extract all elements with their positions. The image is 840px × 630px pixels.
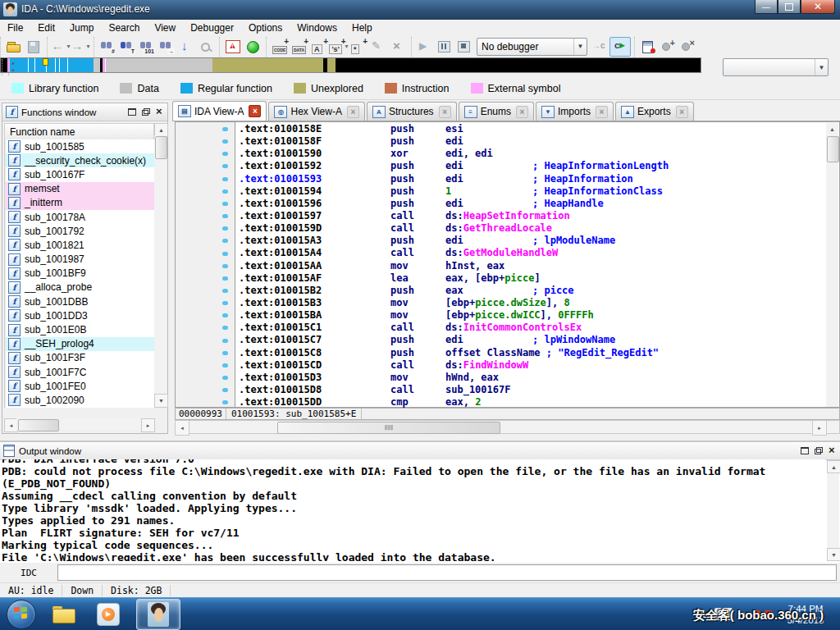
tab-ida-view-a[interactable]: ▤IDA View-A×: [172, 101, 267, 121]
scroll-track[interactable]: [175, 420, 840, 434]
make-code-button[interactable]: CODE+: [270, 38, 290, 56]
disasm-line[interactable]: .text:010015BAmov[ebp+picce.dwICC], 0FFF…: [239, 309, 825, 322]
function-row[interactable]: fsub_1001FE0: [5, 379, 157, 393]
disasm-line[interactable]: .text:010015B2pusheax; picce: [239, 285, 825, 297]
disasm-line[interactable]: .text:010015D3movhWnd, eax: [239, 372, 825, 384]
disasm-line[interactable]: .text:01001592pushedi; HeapInformationLe…: [239, 160, 825, 172]
code-location-dot[interactable]: [222, 339, 228, 343]
scroll-down-icon[interactable]: ▼: [827, 548, 840, 561]
scroll-up-icon[interactable]: ▲: [827, 460, 840, 473]
functions-vertical-scrollbar[interactable]: ▲ ▼: [154, 123, 167, 408]
scroll-left-icon[interactable]: ◂: [175, 420, 189, 436]
cursor-tool-button[interactable]: [196, 38, 216, 56]
code-location-dot[interactable]: [222, 400, 228, 404]
code-location-dot[interactable]: [222, 351, 228, 355]
code-location-dot[interactable]: [222, 388, 228, 392]
drag-handle[interactable]: [2, 59, 9, 75]
maximize-panel-icon[interactable]: [801, 447, 809, 454]
tab-exports[interactable]: ▲Exports×: [615, 102, 694, 121]
function-row[interactable]: fsub_1001BF9: [5, 267, 157, 281]
explorer-taskbar-button[interactable]: [48, 600, 80, 628]
code-location-dot[interactable]: [222, 313, 228, 317]
close-icon[interactable]: ×: [249, 105, 261, 117]
menu-item-help[interactable]: Help: [345, 21, 380, 35]
function-row[interactable]: fsub_1001792: [5, 224, 157, 238]
debug-run-button[interactable]: [415, 38, 435, 56]
scroll-down-icon[interactable]: ▼: [154, 394, 168, 408]
disasm-vertical-scrollbar[interactable]: ▲: [826, 123, 838, 407]
function-row[interactable]: fsub_1001F3F: [5, 351, 157, 365]
disasm-line[interactable]: .text:01001593pushedi; HeapInformation: [239, 173, 825, 185]
menu-item-edit[interactable]: Edit: [30, 21, 62, 35]
function-row[interactable]: fsub_1001F7C: [5, 365, 157, 379]
make-data-button[interactable]: DATA+: [290, 38, 309, 56]
code-location-dot[interactable]: [222, 276, 228, 281]
debugger-select[interactable]: No debugger▼: [477, 38, 587, 56]
disasm-line[interactable]: .text:010015D8callsub_100167F: [239, 384, 825, 396]
ida-taskbar-button[interactable]: [136, 599, 180, 630]
attach-process-button[interactable]: [590, 38, 609, 56]
function-row[interactable]: f__security_check_cookie(x): [5, 153, 157, 167]
function-row[interactable]: fmemset: [5, 182, 157, 196]
disasm-line[interactable]: .text:01001590xoredi, edi: [239, 148, 825, 160]
navigate-forward-button[interactable]: ▾: [71, 38, 90, 56]
scroll-thumb[interactable]: [155, 136, 167, 159]
disasm-line[interactable]: .text:010015C8pushoffset ClassName ; "Re…: [239, 347, 825, 359]
scroll-thumb[interactable]: ⦀⦀⦀: [277, 422, 500, 434]
breakpoint-delete-button[interactable]: [678, 38, 697, 56]
close-panel-icon[interactable]: [829, 447, 837, 454]
save-button[interactable]: [24, 38, 43, 56]
disasm-line[interactable]: .text:010015AFleaeax, [ebp+picce]: [239, 272, 825, 285]
code-location-dot[interactable]: [222, 127, 228, 131]
float-panel-icon[interactable]: [815, 447, 823, 454]
search-next-button[interactable]: →: [157, 38, 176, 56]
scroll-thumb[interactable]: [827, 136, 839, 162]
breakpoint-add-button[interactable]: [658, 38, 678, 56]
delete-button[interactable]: [388, 38, 408, 56]
make-array-button[interactable]: *+: [349, 38, 368, 56]
navigate-back-button[interactable]: ▾: [51, 38, 71, 56]
menu-item-view[interactable]: View: [147, 21, 183, 35]
tab-hex-view-a[interactable]: ◎Hex View-A×: [268, 102, 364, 121]
menu-item-windows[interactable]: Windows: [290, 21, 345, 35]
menu-item-options[interactable]: Options: [241, 21, 290, 35]
functions-window-titlebar[interactable]: f Functions window: [2, 103, 167, 121]
tab-enums[interactable]: ≡Enums×: [459, 102, 534, 121]
open-file-button[interactable]: [4, 38, 24, 56]
search-text-button[interactable]: T: [117, 38, 137, 56]
function-row[interactable]: fsub_1001585: [5, 139, 157, 153]
disasm-line[interactable]: .text:010015A3pushedi; lpModuleName: [239, 235, 825, 247]
scroll-track[interactable]: [154, 135, 167, 395]
maximize-button[interactable]: [778, 0, 801, 14]
debug-stop-button[interactable]: [454, 38, 474, 56]
close-icon[interactable]: ×: [596, 106, 608, 118]
code-location-dot[interactable]: [222, 139, 228, 144]
close-icon[interactable]: ×: [516, 106, 528, 118]
disasm-line[interactable]: .text:010015AAmovhInst, eax: [239, 260, 825, 272]
close-icon[interactable]: ×: [347, 106, 359, 118]
scroll-track[interactable]: [827, 460, 839, 561]
navigation-band[interactable]: [0, 57, 701, 73]
jump-button[interactable]: [176, 38, 196, 56]
code-location-dot[interactable]: [222, 264, 228, 268]
make-string-button[interactable]: 's'+▾: [329, 38, 349, 56]
output-vertical-scrollbar[interactable]: ▲ ▼: [827, 460, 839, 561]
edit-button[interactable]: [368, 38, 388, 56]
breakpoint-list-button[interactable]: [638, 38, 658, 56]
disasm-line[interactable]: .text:010015DDcmpeax, 2: [239, 396, 825, 408]
search-address-button[interactable]: #: [98, 38, 117, 56]
disasm-line[interactable]: .text:01001597callds:HeapSetInformation: [239, 210, 825, 222]
code-location-dot[interactable]: [222, 164, 228, 168]
function-row[interactable]: fsub_100167F: [5, 167, 157, 181]
code-location-dot[interactable]: [222, 152, 228, 156]
function-row[interactable]: fsub_1002090: [5, 393, 157, 407]
code-location-dot[interactable]: [222, 376, 228, 380]
media-player-taskbar-button[interactable]: ▶: [92, 600, 125, 628]
function-row[interactable]: f__alloca_probe: [5, 281, 157, 294]
disasm-line[interactable]: .text:010015CDcallds:FindWindowW: [239, 359, 825, 372]
minimize-button[interactable]: —: [755, 0, 778, 14]
code-location-dot[interactable]: [222, 289, 228, 293]
make-name-button[interactable]: A+: [309, 38, 329, 56]
menu-item-debugger[interactable]: Debugger: [183, 21, 241, 35]
close-button[interactable]: ✕: [801, 0, 835, 14]
